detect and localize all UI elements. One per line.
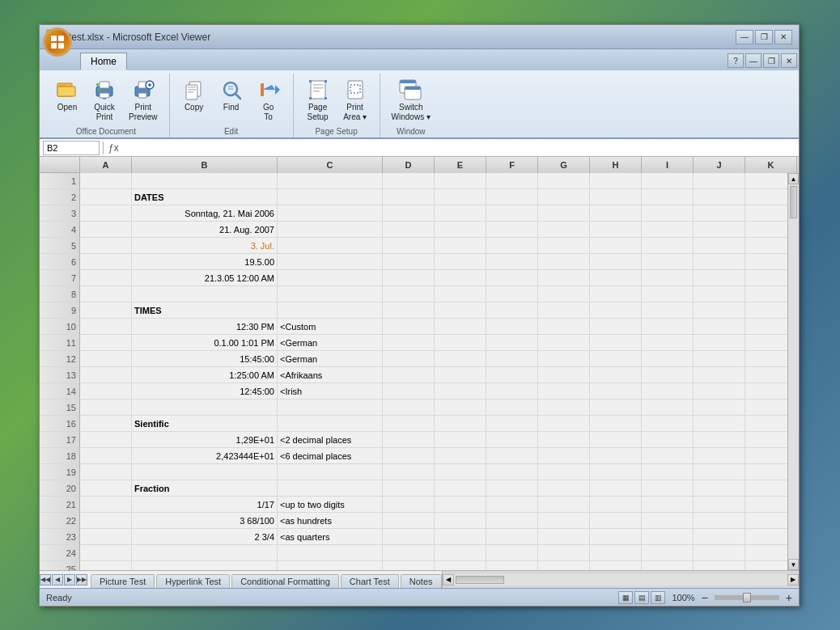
cell-e18[interactable] (435, 448, 486, 463)
table-row[interactable] (80, 561, 787, 570)
cell-c9[interactable] (278, 302, 383, 318)
cell-f16[interactable] (486, 416, 538, 431)
cell-i7[interactable] (642, 270, 694, 285)
scroll-thumb-h[interactable] (456, 576, 504, 584)
sheet-tab[interactable]: Hyperlink Test (156, 574, 230, 588)
cell-k1[interactable] (745, 173, 787, 188)
cell-h13[interactable] (590, 367, 642, 383)
cell-h2[interactable] (590, 189, 642, 205)
cell-f10[interactable] (486, 319, 538, 334)
cell-b11[interactable]: 0.1.00 1:01 PM (132, 335, 278, 350)
cell-k10[interactable] (745, 319, 787, 334)
cell-d14[interactable] (383, 383, 435, 399)
restore-button[interactable]: ❐ (755, 30, 773, 44)
cell-c20[interactable] (278, 480, 383, 496)
vertical-scrollbar[interactable]: ▲ ▼ (787, 173, 799, 570)
cell-h11[interactable] (590, 335, 642, 350)
cell-k19[interactable] (745, 464, 787, 480)
cell-h1[interactable] (590, 173, 642, 188)
cell-d8[interactable] (383, 286, 435, 302)
cell-a8[interactable] (80, 286, 132, 302)
table-row[interactable]: Fraction (80, 480, 787, 497)
cell-a17[interactable] (80, 432, 132, 447)
cell-c22[interactable]: <as hundrets (278, 513, 383, 528)
print-area-button[interactable]: PrintArea ▾ (337, 74, 373, 125)
cell-d17[interactable] (383, 432, 435, 447)
cell-a23[interactable] (80, 529, 132, 544)
cell-i17[interactable] (642, 432, 694, 447)
cell-j9[interactable] (694, 302, 745, 318)
page-setup-button[interactable]: PageSetup (300, 74, 336, 125)
cell-i4[interactable] (642, 222, 694, 237)
cell-b4[interactable]: 21. Aug. 2007 (132, 222, 278, 237)
grid-scroll-area[interactable]: 1234567891011121314151617181920212223242… (40, 173, 787, 570)
name-box[interactable] (43, 141, 100, 155)
cell-d1[interactable] (383, 173, 435, 188)
cell-d15[interactable] (383, 400, 435, 415)
table-row[interactable]: 19.5.00 (80, 254, 787, 270)
cell-e7[interactable] (435, 270, 486, 285)
cell-g3[interactable] (538, 205, 590, 221)
h-scrollbar[interactable]: ◀ ▶ (442, 571, 799, 588)
cell-b20[interactable]: Fraction (132, 480, 278, 496)
cell-j24[interactable] (694, 545, 745, 560)
cell-g19[interactable] (538, 464, 590, 480)
cell-g8[interactable] (538, 286, 590, 302)
table-row[interactable]: Sonntag, 21. Mai 2006 (80, 205, 787, 222)
cell-g17[interactable] (538, 432, 590, 447)
cell-f19[interactable] (486, 464, 538, 480)
cell-g21[interactable] (538, 497, 590, 512)
cell-a3[interactable] (80, 205, 132, 221)
cell-g14[interactable] (538, 383, 590, 399)
cell-c15[interactable] (278, 400, 383, 415)
zoom-decrease-button[interactable]: − (702, 591, 708, 604)
cell-e17[interactable] (435, 432, 486, 447)
cell-c14[interactable]: <Irish (278, 383, 383, 399)
sheet-first-button[interactable]: ◀◀ (40, 574, 51, 586)
cell-e1[interactable] (435, 173, 486, 188)
cell-d16[interactable] (383, 416, 435, 431)
sheet-next-button[interactable]: ▶ (64, 574, 75, 586)
cell-e10[interactable] (435, 319, 486, 334)
cell-j10[interactable] (694, 319, 745, 334)
cell-k15[interactable] (745, 400, 787, 415)
cell-d24[interactable] (383, 545, 435, 560)
cell-e15[interactable] (435, 400, 486, 415)
cell-e12[interactable] (435, 351, 486, 366)
cell-f22[interactable] (486, 513, 538, 528)
cell-g11[interactable] (538, 335, 590, 350)
cell-a1[interactable] (80, 173, 132, 188)
goto-button[interactable]: GoTo (251, 74, 286, 125)
cell-f24[interactable] (486, 545, 538, 560)
cell-k21[interactable] (745, 497, 787, 512)
cell-h25[interactable] (590, 561, 642, 570)
cell-f17[interactable] (486, 432, 538, 447)
tab-home[interactable]: Home (80, 53, 127, 70)
cell-a9[interactable] (80, 302, 132, 318)
cell-i3[interactable] (642, 205, 694, 221)
cell-a10[interactable] (80, 319, 132, 334)
cell-g13[interactable] (538, 367, 590, 383)
table-row[interactable]: 12:30 PM<Custom (80, 319, 787, 335)
cell-b12[interactable]: 15:45:00 (132, 351, 278, 366)
cell-i10[interactable] (642, 319, 694, 334)
scroll-thumb-v[interactable] (790, 186, 797, 218)
table-row[interactable]: 2,423444E+01<6 decimal places (80, 448, 787, 464)
cell-i6[interactable] (642, 254, 694, 269)
find-button[interactable]: Find (214, 74, 249, 116)
cell-b24[interactable] (132, 545, 278, 560)
cell-i23[interactable] (642, 529, 694, 544)
cell-f21[interactable] (486, 497, 538, 512)
cell-h15[interactable] (590, 400, 642, 415)
cell-j19[interactable] (694, 464, 745, 480)
cell-j15[interactable] (694, 400, 745, 415)
cell-h21[interactable] (590, 497, 642, 512)
cell-a6[interactable] (80, 254, 132, 269)
cell-e22[interactable] (435, 513, 486, 528)
cell-a2[interactable] (80, 189, 132, 205)
cell-c24[interactable] (278, 545, 383, 560)
cell-b22[interactable]: 3 68/100 (132, 513, 278, 528)
cell-d18[interactable] (383, 448, 435, 463)
cell-i19[interactable] (642, 464, 694, 480)
scroll-up-button[interactable]: ▲ (788, 173, 799, 184)
